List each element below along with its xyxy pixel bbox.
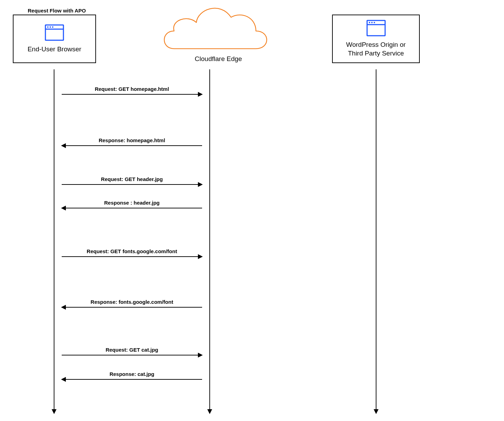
- sequence-message: Request: GET fonts.google.com/font: [62, 248, 202, 257]
- message-label: Response : header.jpg: [62, 200, 202, 206]
- lifeline-arrowhead: [207, 409, 212, 414]
- message-label: Response: fonts.google.com/font: [62, 299, 202, 305]
- arrowhead-icon: [61, 206, 66, 210]
- arrow-left-icon: [62, 307, 202, 308]
- message-label: Request: GET homepage.html: [62, 86, 202, 92]
- arrow-right-icon: [62, 355, 202, 355]
- arrowhead-icon: [61, 377, 66, 382]
- arrow-right-icon: [62, 256, 202, 257]
- actor-end-user-browser: End-User Browser: [13, 15, 96, 63]
- diagram-title: Request Flow with APO: [28, 8, 86, 14]
- actor-label: WordPress Origin or Third Party Service: [340, 41, 412, 58]
- sequence-message: Response : header.jpg: [62, 200, 202, 208]
- arrow-left-icon: [62, 208, 202, 208]
- lifeline-arrowhead: [374, 409, 379, 414]
- sequence-message: Response: cat.jpg: [62, 371, 202, 380]
- sequence-message: Request: GET homepage.html: [62, 86, 202, 95]
- svg-point-4: [52, 26, 53, 28]
- svg-point-8: [371, 22, 373, 23]
- browser-icon: [45, 24, 64, 42]
- browser-icon: [366, 20, 386, 38]
- lifeline-arrowhead: [52, 409, 57, 414]
- sequence-message: Response: homepage.html: [62, 137, 202, 146]
- message-label: Request: GET header.jpg: [62, 176, 202, 182]
- arrow-left-icon: [62, 379, 202, 380]
- message-label: Request: GET cat.jpg: [62, 347, 202, 353]
- svg-point-7: [369, 22, 370, 23]
- arrowhead-icon: [198, 353, 203, 358]
- svg-point-2: [47, 26, 49, 28]
- sequence-message: Request: GET header.jpg: [62, 176, 202, 185]
- actor-cloudflare-edge: Cloudflare Edge: [184, 55, 253, 63]
- arrowhead-icon: [198, 92, 203, 97]
- lifeline-end-user: [54, 69, 54, 412]
- svg-point-3: [50, 26, 51, 28]
- sequence-message: Response: fonts.google.com/font: [62, 299, 202, 308]
- arrowhead-icon: [198, 254, 203, 259]
- message-label: Response: cat.jpg: [62, 371, 202, 377]
- arrow-right-icon: [62, 184, 202, 185]
- arrowhead-icon: [198, 182, 203, 187]
- actor-label: End-User Browser: [27, 45, 81, 54]
- svg-point-9: [374, 22, 375, 23]
- lifeline-cloudflare: [209, 69, 210, 412]
- actor-wordpress-origin: WordPress Origin or Third Party Service: [332, 15, 420, 63]
- arrow-left-icon: [62, 145, 202, 146]
- arrowhead-icon: [61, 305, 66, 310]
- lifeline-origin: [376, 69, 376, 412]
- sequence-message: Request: GET cat.jpg: [62, 347, 202, 355]
- message-label: Request: GET fonts.google.com/font: [62, 248, 202, 254]
- arrowhead-icon: [61, 143, 66, 148]
- arrow-right-icon: [62, 94, 202, 95]
- message-label: Response: homepage.html: [62, 137, 202, 143]
